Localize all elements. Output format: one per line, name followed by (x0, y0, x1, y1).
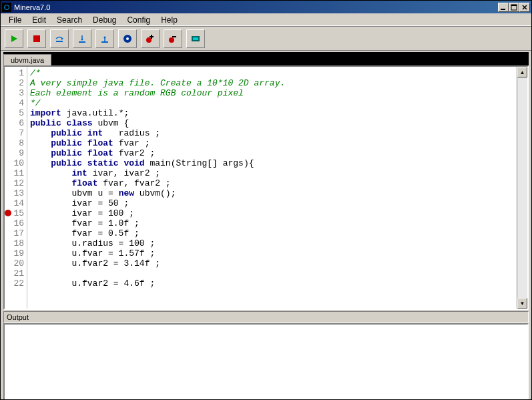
code-line[interactable]: u.fvar2 = 4.6f ; (30, 278, 514, 288)
code-line[interactable]: A very simple java file. Create a 10*10 … (30, 78, 514, 88)
line-number[interactable]: 8 (6, 138, 24, 148)
line-number[interactable]: 18 (6, 238, 24, 248)
svg-rect-10 (101, 41, 108, 43)
line-number[interactable]: 3 (6, 88, 24, 98)
scroll-track[interactable] (517, 77, 527, 298)
title-bar: Minerva7.0 (1, 1, 531, 13)
line-number[interactable]: 22 (6, 278, 24, 288)
svg-marker-3 (11, 35, 17, 42)
code-line[interactable]: public int radius ; (30, 128, 514, 138)
line-number[interactable]: 1 (6, 68, 24, 78)
svg-rect-4 (33, 35, 40, 42)
toolbar (1, 27, 531, 51)
menu-search[interactable]: Search (51, 14, 87, 26)
code-line[interactable]: public static void main(String[] args){ (30, 158, 514, 168)
window-controls (498, 3, 530, 12)
code-line[interactable]: int ivar, ivar2 ; (30, 168, 514, 178)
svg-rect-17 (172, 36, 176, 37)
code-line[interactable] (30, 268, 514, 278)
code-line[interactable]: /* (30, 68, 514, 78)
line-number[interactable]: 15 (6, 208, 24, 218)
code-line[interactable]: Each element is a random RGB colour pixe… (30, 88, 514, 98)
line-number[interactable]: 2 (6, 78, 24, 88)
code-line[interactable]: public class ubvm { (30, 118, 514, 128)
line-number[interactable]: 12 (6, 178, 24, 188)
menu-file[interactable]: File (3, 14, 27, 26)
record-button[interactable] (118, 29, 137, 48)
line-number[interactable]: 17 (6, 228, 24, 238)
step-into-button[interactable] (73, 29, 91, 48)
svg-point-12 (126, 37, 129, 40)
svg-rect-8 (79, 41, 85, 43)
menu-edit[interactable]: Edit (27, 14, 51, 26)
code-line[interactable]: */ (30, 98, 514, 108)
line-number[interactable]: 4 (6, 98, 24, 108)
breakpoint-remove-button[interactable] (164, 29, 182, 48)
output-area[interactable] (3, 323, 529, 400)
code-line[interactable]: ivar = 50 ; (30, 198, 514, 208)
menu-debug[interactable]: Debug (87, 14, 121, 26)
svg-rect-19 (193, 37, 198, 40)
menu-bar: File Edit Search Debug Config Help (1, 13, 531, 27)
line-number[interactable]: 11 (6, 168, 24, 178)
line-number[interactable]: 10 (6, 158, 24, 168)
code-line[interactable]: ivar = 100 ; (30, 208, 514, 218)
editor: 12345678910111213141516171819202122 /*A … (3, 65, 529, 310)
svg-marker-9 (103, 36, 106, 38)
line-number[interactable]: 20 (6, 258, 24, 268)
code-line[interactable]: u.radius = 100 ; (30, 238, 514, 248)
code-line[interactable]: fvar = 0.5f ; (30, 228, 514, 238)
svg-point-16 (169, 37, 174, 43)
step-out-button[interactable] (95, 29, 114, 48)
code-line[interactable]: fvar = 1.0f ; (30, 218, 514, 228)
menu-config[interactable]: Config (121, 14, 156, 26)
line-number[interactable]: 9 (6, 148, 24, 158)
code-line[interactable]: u.fvar = 1.57f ; (30, 248, 514, 258)
line-number[interactable]: 19 (6, 248, 24, 258)
scroll-down-button[interactable]: ▼ (517, 298, 527, 309)
code-line[interactable]: float fvar, fvar2 ; (30, 178, 514, 188)
minimize-button[interactable] (498, 3, 509, 12)
scroll-up-button[interactable]: ▲ (517, 67, 527, 77)
line-number[interactable]: 5 (6, 108, 24, 118)
vertical-scrollbar[interactable]: ▲ ▼ (517, 67, 527, 309)
step-over-button[interactable] (50, 29, 69, 48)
code-line[interactable]: u.fvar2 = 3.14f ; (30, 258, 514, 268)
stop-button[interactable] (27, 29, 46, 48)
line-number[interactable]: 14 (6, 198, 24, 208)
line-number[interactable]: 16 (6, 218, 24, 228)
tab-bar: ubvm.java (3, 52, 529, 65)
app-icon (2, 3, 11, 12)
gutter[interactable]: 12345678910111213141516171819202122 (5, 67, 27, 309)
output-label: Output (3, 311, 529, 323)
run-button[interactable] (5, 29, 23, 48)
line-number[interactable]: 13 (6, 188, 24, 198)
close-button[interactable] (519, 3, 530, 12)
code-line[interactable]: public float fvar2 ; (30, 148, 514, 158)
window-title: Minerva7.0 (14, 3, 498, 11)
svg-rect-2 (511, 5, 517, 6)
code-line[interactable]: public float fvar ; (30, 138, 514, 148)
svg-rect-6 (56, 41, 63, 42)
svg-point-13 (146, 37, 152, 43)
line-number[interactable]: 21 (6, 268, 24, 278)
code-area[interactable]: /*A very simple java file. Create a 10*1… (27, 67, 517, 309)
watch-button[interactable] (186, 29, 205, 48)
line-number[interactable]: 6 (6, 118, 24, 128)
breakpoint-icon[interactable] (5, 210, 11, 216)
code-line[interactable]: ubvm u = new ubvm(); (30, 188, 514, 198)
maximize-button[interactable] (509, 3, 519, 12)
menu-help[interactable]: Help (156, 14, 183, 26)
svg-rect-0 (501, 9, 505, 10)
code-line[interactable]: import java.util.*; (30, 108, 514, 118)
svg-marker-7 (81, 39, 83, 41)
breakpoint-add-button[interactable] (141, 29, 160, 48)
line-number[interactable]: 7 (6, 128, 24, 138)
tab-file[interactable]: ubvm.java (3, 54, 51, 65)
svg-rect-15 (150, 36, 154, 37)
editor-container: ubvm.java 123456789101112131415161718192… (3, 52, 529, 310)
